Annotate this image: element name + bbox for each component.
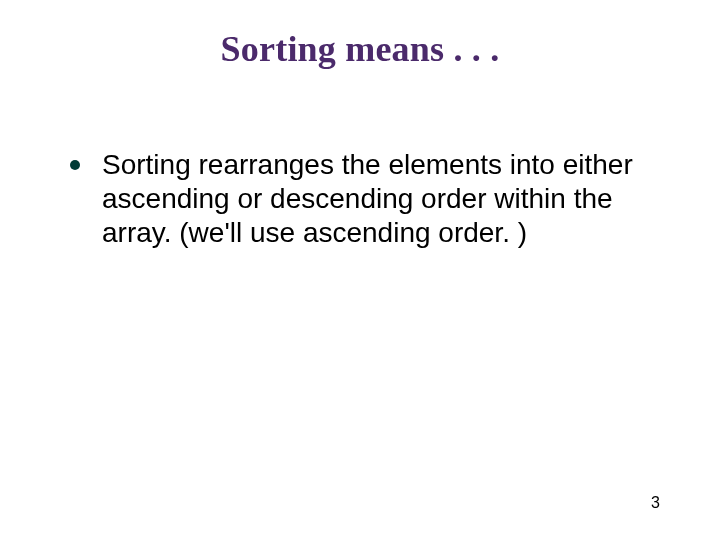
bullet-list: Sorting rearranges the elements into eit… bbox=[50, 148, 670, 250]
bullet-icon bbox=[70, 160, 80, 170]
slide-title: Sorting means . . . bbox=[50, 28, 670, 70]
page-number: 3 bbox=[651, 494, 660, 512]
bullet-text: Sorting rearranges the elements into eit… bbox=[102, 149, 633, 248]
list-item: Sorting rearranges the elements into eit… bbox=[70, 148, 670, 250]
slide-container: Sorting means . . . Sorting rearranges t… bbox=[0, 0, 720, 540]
